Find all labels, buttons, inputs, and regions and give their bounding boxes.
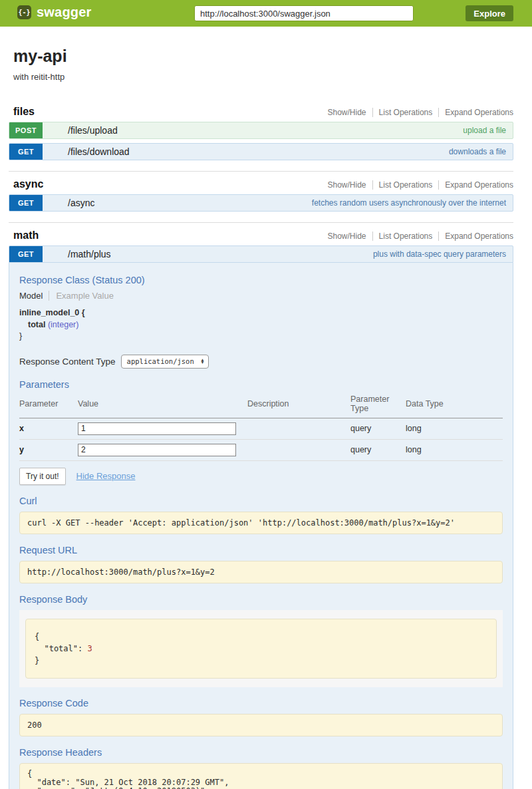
operation-post-files-upload[interactable]: POST /files/upload upload a file — [9, 122, 513, 139]
param-name: y — [19, 439, 78, 460]
spec-url-input[interactable] — [194, 5, 414, 21]
swagger-logo-icon: {-} — [17, 5, 31, 19]
col-header-value: Value — [78, 393, 247, 418]
curl-heading: Curl — [19, 496, 503, 506]
response-content-type-label: Response Content Type — [19, 357, 116, 367]
response-body-container: { "total": 3 } — [19, 610, 503, 687]
api-description: with reitit-http — [13, 72, 513, 82]
param-type: query — [350, 439, 406, 460]
col-header-data-type: Data Type — [406, 393, 503, 418]
response-headers-heading: Response Headers — [19, 747, 503, 758]
param-value-input-y[interactable] — [78, 444, 236, 456]
section-title-files[interactable]: files — [13, 106, 35, 118]
expand-operations-link[interactable]: Expand Operations — [438, 108, 513, 117]
hide-response-link[interactable]: Hide Response — [76, 471, 136, 481]
list-operations-link[interactable]: List Operations — [372, 180, 439, 190]
operation-path[interactable]: /files/download — [68, 146, 130, 157]
model-prop-type: (integer) — [48, 320, 79, 329]
response-content-type-select[interactable]: application/json ▲▼ — [121, 355, 209, 369]
response-body: { "total": 3 } — [25, 619, 497, 679]
section-title-math[interactable]: math — [13, 230, 39, 241]
show-hide-link[interactable]: Show/Hide — [322, 232, 372, 241]
operation-path[interactable]: /async — [68, 198, 94, 208]
api-title: my-api — [13, 47, 513, 66]
response-code-heading: Response Code — [19, 698, 503, 709]
param-type: query — [350, 418, 406, 439]
section-controls: Show/Hide List Operations Expand Operati… — [322, 180, 513, 190]
top-bar: {-} swagger Explore — [0, 0, 532, 27]
json-key: "total": — [35, 644, 87, 653]
col-header-parameter-type: Parameter Type — [350, 393, 406, 418]
show-hide-link[interactable]: Show/Hide — [322, 180, 372, 190]
tab-example-value[interactable]: Example Value — [49, 291, 113, 301]
selected-content-type: application/json — [127, 357, 194, 365]
model-close-line: } — [19, 331, 503, 343]
show-hide-link[interactable]: Show/Hide — [322, 108, 372, 117]
operation-get-files-download[interactable]: GET /files/download downloads a file — [9, 143, 513, 160]
section-files: files Show/Hide List Operations Expand O… — [9, 106, 513, 160]
operation-summary[interactable]: fetches random users asynchronously over… — [312, 198, 506, 208]
list-operations-link[interactable]: List Operations — [372, 232, 439, 241]
param-description — [247, 418, 350, 439]
swagger-brand-link[interactable]: {-} swagger — [17, 5, 92, 20]
list-operations-link[interactable]: List Operations — [372, 108, 439, 117]
operation-details-panel: Response Class (Status 200) Model Exampl… — [9, 263, 513, 789]
param-description — [247, 439, 350, 460]
http-method-badge: GET — [9, 246, 43, 262]
response-content-type-row: Response Content Type application/json ▲… — [19, 355, 503, 369]
param-row-y: y query long — [19, 439, 503, 460]
col-header-description: Description — [247, 393, 350, 418]
http-method-badge: GET — [9, 144, 43, 160]
json-close-brace: } — [35, 656, 39, 665]
curl-command: curl -X GET --header 'Accept: applicatio… — [19, 512, 503, 534]
section-controls: Show/Hide List Operations Expand Operati… — [322, 232, 513, 241]
request-url: http://localhost:3000/math/plus?x=1&y=2 — [19, 561, 503, 583]
operation-get-async[interactable]: GET /async fetches random users asynchro… — [9, 194, 513, 212]
try-it-out-button[interactable]: Try it out! — [19, 468, 66, 485]
model-open-line: inline_model_0 { — [19, 307, 503, 319]
tab-model[interactable]: Model — [19, 291, 49, 301]
param-data-type: long — [406, 439, 503, 460]
response-headers: { "date": "Sun, 21 Oct 2018 20:07:29 GMT… — [19, 763, 503, 789]
model-tabs: Model Example Value — [19, 291, 503, 301]
expand-operations-link[interactable]: Expand Operations — [438, 180, 513, 190]
col-header-parameter: Parameter — [19, 393, 78, 418]
json-value: 3 — [87, 644, 92, 653]
section-title-async[interactable]: async — [13, 178, 43, 190]
parameters-table: Parameter Value Description Parameter Ty… — [19, 393, 503, 461]
operation-path[interactable]: /math/plus — [68, 249, 111, 259]
response-class-heading: Response Class (Status 200) — [19, 275, 503, 285]
param-row-x: x query long — [19, 418, 503, 439]
response-code: 200 — [19, 714, 503, 736]
param-value-input-x[interactable] — [78, 422, 236, 435]
expand-operations-link[interactable]: Expand Operations — [438, 232, 513, 241]
http-method-badge: GET — [9, 195, 43, 211]
request-url-heading: Request URL — [19, 545, 503, 555]
operation-get-math-plus[interactable]: GET /math/plus plus with data-spec query… — [9, 245, 513, 263]
section-controls: Show/Hide List Operations Expand Operati… — [322, 108, 513, 117]
model-signature: inline_model_0 { total (integer) } — [19, 307, 503, 343]
section-async: async Show/Hide List Operations Expand O… — [9, 171, 513, 212]
operation-summary[interactable]: plus with data-spec query parameters — [373, 249, 506, 259]
operation-summary[interactable]: downloads a file — [449, 147, 506, 156]
model-prop-name: total — [28, 320, 45, 329]
section-math: math Show/Hide List Operations Expand Op… — [9, 222, 513, 789]
operation-path[interactable]: /files/upload — [68, 125, 118, 136]
main-content: my-api with reitit-http files Show/Hide … — [0, 47, 532, 789]
json-open-brace: { — [35, 632, 39, 641]
http-method-badge: POST — [9, 122, 43, 138]
brand-name: swagger — [37, 5, 92, 20]
operation-summary[interactable]: upload a file — [463, 126, 506, 135]
param-name: x — [19, 418, 78, 439]
explore-button[interactable]: Explore — [466, 5, 513, 21]
param-data-type: long — [406, 418, 503, 439]
parameters-heading: Parameters — [19, 379, 503, 390]
response-body-heading: Response Body — [19, 594, 503, 605]
select-arrows-icon: ▲▼ — [200, 359, 204, 365]
